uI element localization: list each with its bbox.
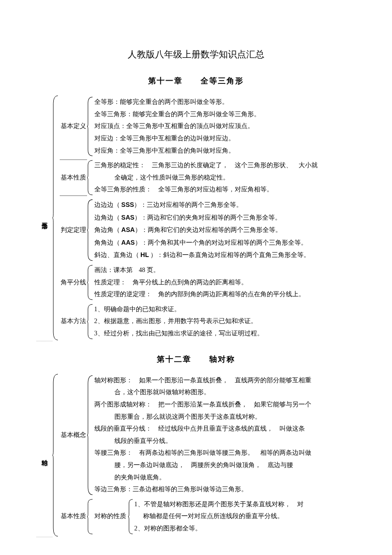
section-basic-property: 基本性质 三角形的稳定性： 三角形三边的长度确定了， 这个三角形的形状、 大小就… (60, 159, 356, 196)
section-judgement-theorem: 判定定理 边边边（ SSS）：三边对应相等的两个三角形全等。 边角边（ SAS）… (60, 199, 356, 262)
main-title: 人教版八年级上册数学知识点汇总 (36, 46, 356, 63)
method-line: 2、根据题意，画出图形，并用数字符号表示已知和求证。 (94, 315, 356, 328)
sub-label: 对称的性质 (94, 498, 128, 535)
concept-line: 轴对称图形： 如果一个图形沿一条直线折叠， 直线两旁的部分能够互相重 (94, 375, 356, 387)
brace-icon (87, 303, 93, 340)
bisector-line: 性质定理的逆定理： 角的内部到角的两边距离相等的点在角的平分线上。 (94, 288, 356, 301)
concept-line: 线段的垂直平分线： 经过线段中点并且垂直于这条线的直线， 叫做这条 (94, 423, 356, 435)
property-line: 三角形的稳定性： 三角形三边的长度确定了， 这个三角形的形状、 大小就 (94, 159, 356, 172)
brace-icon (87, 264, 93, 301)
chapter-12-outline: 轴对称 基本概念 轴对称图形： 如果一个图形沿一条直线折叠， 直线两旁的部分能够… (36, 373, 356, 537)
concept-line: 合，这个图形就叫做轴对称图形。 (94, 386, 356, 399)
theorem-line: 边边边（ SSS）：三边对应相等的两个三角形全等。 (94, 199, 356, 211)
section-label: 基本性质 (60, 498, 87, 535)
section-label: 基本定义 (60, 96, 87, 157)
theorem-line: 斜边、直角边（ HL ）：斜边和一条直角边对应相等的两个直角三角形全等。 (94, 249, 356, 262)
theorem-line: 角边角（ ASA）：两角和它们的夹边对应相等的两个三角形全等。 (94, 224, 356, 236)
method-line: 3、经过分析，找出由已知推出求证的途径，写出证明过程。 (94, 328, 356, 340)
concept-line: 图形重合，那么就说这两个图形关于这条直线对称。 (94, 411, 356, 423)
property-line: 全确定，这个性质叫做三角形的稳定性。 (94, 172, 356, 184)
brace-icon (87, 498, 93, 535)
chapter-number: 第十一章 (148, 74, 183, 88)
definition-line: 全等形：能够完全重合的两个图形叫做全等形。 (94, 96, 356, 108)
chapter-11-outline: 全等三角形 基本定义 全等形：能够完全重合的两个图形叫做全等形。 全等三角形：能… (36, 95, 356, 341)
section-angle-bisector: 角平分线 画法：课本第 48 页。 性质定理： 角平分线上的点到角的两边的距离相… (60, 264, 356, 301)
section-label: 判定定理 (60, 199, 87, 262)
brace-icon (128, 498, 134, 535)
concept-line: 线段的垂直平分线。 (94, 435, 356, 447)
definition-line: 对应顶点：全等三角形中互相重合的顶点叫做对应顶点。 (94, 120, 356, 133)
section-basic-property-12: 基本性质 对称的性质 1、不管是轴对称图形还是两个图形关于某条直线对称， 对 称… (60, 498, 356, 535)
brace-icon (87, 159, 93, 196)
section-label: 角平分线 (60, 264, 87, 301)
section-label: 基本性质 (60, 159, 87, 196)
brace-icon (87, 375, 93, 496)
brace-icon (87, 96, 93, 157)
definition-line: 全等三角形：能够完全重合的两个三角形叫做全等三角形。 (94, 108, 356, 121)
section-label: 基本方法 (60, 303, 87, 340)
section-label: 基本概念 (60, 375, 87, 496)
root-label-congruent-triangle: 全等三角形 (36, 95, 52, 341)
concept-line: 的夹角叫做底角。 (94, 472, 356, 484)
symmetry-property-line: 2、对称的图形都全等。 (134, 523, 356, 535)
definition-line: 对应角：全等三角形中互相重合的角叫做对应角。 (94, 145, 356, 157)
chapter-12-title: 第十二章 轴对称 (36, 352, 356, 367)
method-line: 1、明确命题中的已知和求证。 (94, 303, 356, 316)
concept-line: 两个图形成轴对称： 把一个图形沿某一条直线折叠， 如果它能够与另一个 (94, 399, 356, 411)
root-label-axial-symmetry: 轴对称 (36, 373, 52, 537)
definition-line: 对应边：全等三角形中互相重合的边叫做对应边。 (94, 133, 356, 145)
sub-symmetry-property: 对称的性质 1、不管是轴对称图形还是两个图形关于某条直线对称， 对 称轴都是任何… (94, 498, 356, 535)
property-line: 全等三角形的性质： 全等三角形的对应边相等，对应角相等。 (94, 184, 356, 196)
theorem-line: 角角边（ AAS）：两个角和其中一个角的对边对应相等的两个三角形全等。 (94, 236, 356, 249)
concept-line: 等腰三角形： 有两条边相等的三角形叫做等腰三角形。 相等的两条边叫做 (94, 447, 356, 459)
section-basic-method: 基本方法 1、明确命题中的已知和求证。 2、根据题意，画出图形，并用数字符号表示… (60, 303, 356, 340)
concept-line: 等边三角形：三条边都相等的三角形叫做等边三角形。 (94, 483, 356, 496)
bisector-line: 性质定理： 角平分线上的点到角的两边的距离相等。 (94, 277, 356, 289)
brace-icon (87, 199, 93, 262)
chapter-11-title: 第十一章 全等三角形 (36, 74, 356, 88)
brace-icon (52, 95, 59, 341)
theorem-line: 边角边（ SAS）：两边和它们的夹角对应相等的两个三角形全等。 (94, 211, 356, 224)
chapter-name: 轴对称 (209, 355, 235, 364)
symmetry-property-line: 称轴都是任何一对对应点所连线段的垂直平分线。 (134, 510, 356, 523)
section-basic-definition: 基本定义 全等形：能够完全重合的两个图形叫做全等形。 全等三角形：能够完全重合的… (60, 96, 356, 157)
symmetry-property-line: 1、不管是轴对称图形还是两个图形关于某条直线对称， 对 (134, 498, 356, 511)
section-basic-concept: 基本概念 轴对称图形： 如果一个图形沿一条直线折叠， 直线两旁的部分能够互相重 … (60, 375, 356, 496)
brace-icon (52, 373, 59, 537)
chapter-number: 第十二章 (157, 352, 191, 367)
chapter-name: 全等三角形 (201, 77, 244, 85)
bisector-line: 画法：课本第 48 页。 (94, 264, 356, 277)
concept-line: 腰，另一条边叫做底边， 两腰所夹的角叫做顶角， 底边与腰 (94, 459, 356, 472)
